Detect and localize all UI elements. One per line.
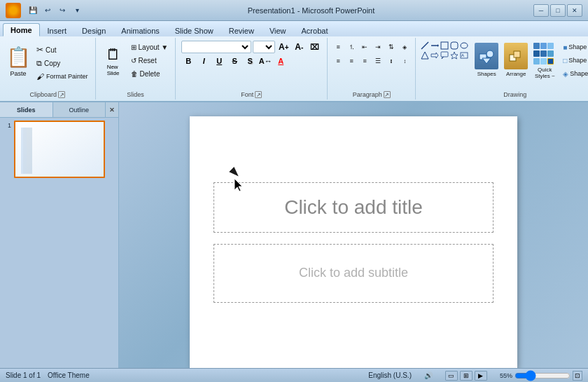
clear-formatting-button[interactable]: ⌧ (307, 41, 321, 53)
textbox-shape[interactable]: A (460, 51, 468, 60)
subtitle-placeholder[interactable]: Click to add subtitle (214, 244, 493, 303)
office-logo-icon (6, 3, 21, 18)
quick-access-dropdown[interactable]: ▾ (71, 4, 83, 17)
align-left-button[interactable]: ≡ (332, 55, 344, 67)
layout-button[interactable]: ⊞Layout ▼ (128, 41, 172, 53)
clipboard-dialog-launcher[interactable]: ↗ (58, 91, 65, 98)
shapes-button[interactable]: Shapes (473, 41, 500, 79)
tab-insert[interactable]: Insert (40, 24, 75, 36)
reset-button[interactable]: ↺Reset (128, 54, 172, 67)
line-shape[interactable] (421, 41, 429, 50)
redo-button[interactable]: ↪ (56, 4, 69, 17)
font-family-select[interactable] (181, 41, 251, 53)
ribbon-tabs: Home Insert Design Animations Slide Show… (0, 21, 588, 36)
slides-tab[interactable]: Slides (0, 102, 53, 117)
panel-close-button[interactable]: ✕ (106, 102, 118, 117)
zoom-slider[interactable] (514, 372, 570, 379)
cut-button[interactable]: ✂Cut (34, 43, 91, 56)
delete-button[interactable]: 🗑Delete (128, 67, 172, 80)
paste-button[interactable]: 📋 Paste (4, 41, 32, 81)
bold-button[interactable]: B (181, 55, 195, 67)
line-spacing-button[interactable]: ↕ (398, 55, 411, 67)
shape-effects-button[interactable]: ◈ Shape Eff... ▾ (560, 67, 588, 80)
callout-shape[interactable] (440, 51, 449, 60)
copy-button[interactable]: ⧉Copy (34, 57, 91, 69)
tab-animations[interactable]: Animations (113, 24, 167, 36)
svg-marker-2 (438, 44, 439, 47)
arrange-button[interactable]: Arrange (503, 41, 529, 79)
tab-slideshow[interactable]: Slide Show (167, 24, 221, 36)
underline-button[interactable]: U (212, 55, 226, 67)
drawing-group: A Shapes (416, 38, 588, 100)
rounded-rect-shape[interactable] (450, 41, 458, 50)
shape-outline-button[interactable]: □ Shape O... ▾ (560, 54, 588, 67)
tab-acrobat[interactable]: Acrobat (294, 24, 336, 36)
slide-panel: Slides Outline ✕ 1 (0, 102, 119, 382)
columns-button[interactable]: ⫿ (385, 55, 398, 67)
save-button[interactable]: 💾 (27, 4, 39, 17)
oval-shape[interactable] (460, 41, 468, 50)
rt-arrow-shape[interactable] (430, 51, 439, 60)
outline-tab[interactable]: Outline (53, 102, 106, 117)
font-size-select[interactable] (253, 41, 275, 53)
svg-text:A: A (461, 53, 464, 57)
arrow-shape[interactable] (430, 41, 439, 50)
svg-marker-14 (482, 58, 491, 64)
font-label: Font (241, 91, 253, 98)
font-color-button[interactable]: A (274, 55, 288, 67)
arrange-label: Arrange (506, 71, 526, 77)
close-button[interactable]: ✕ (567, 4, 582, 17)
fit-to-window-button[interactable]: ⊡ (573, 371, 582, 381)
triangle-shape[interactable] (421, 51, 429, 60)
justify-button[interactable]: ☰ (372, 55, 384, 67)
restore-button[interactable]: □ (550, 4, 566, 17)
slideshow-button[interactable]: ▶ (475, 371, 487, 381)
drawing-label: Drawing (503, 91, 526, 98)
rect-shape[interactable] (440, 41, 449, 50)
bullets-button[interactable]: ≡ (332, 41, 344, 53)
svg-point-5 (461, 43, 468, 48)
minimize-button[interactable]: ─ (533, 4, 549, 17)
svg-rect-16 (514, 51, 520, 57)
quick-styles-button[interactable]: Quick Styles ~ (532, 41, 557, 81)
tab-review[interactable]: Review (221, 24, 262, 36)
star-shape[interactable] (450, 51, 458, 60)
svg-rect-8 (441, 52, 448, 57)
character-spacing-button[interactable]: A↔ (258, 55, 272, 67)
status-bar: Slide 1 of 1 Office Theme English (U.S.)… (0, 368, 588, 382)
strikethrough-button[interactable]: S (227, 55, 241, 67)
svg-marker-7 (431, 53, 438, 58)
tab-design[interactable]: Design (74, 24, 113, 36)
increase-indent-button[interactable]: ⇥ (372, 41, 384, 53)
subtitle-placeholder-text: Click to add subtitle (299, 266, 408, 280)
increase-font-size-button[interactable]: A+ (276, 41, 290, 53)
title-placeholder[interactable]: Click to add title (214, 182, 493, 233)
align-right-button[interactable]: ≡ (358, 55, 371, 67)
italic-button[interactable]: I (197, 55, 211, 67)
font-dialog-launcher[interactable]: ↗ (255, 91, 262, 98)
slides-list: 1 (0, 118, 118, 382)
svg-rect-21 (27, 128, 32, 174)
decrease-font-size-button[interactable]: A- (292, 41, 306, 53)
new-slide-button[interactable]: 🗒 NewSlide (100, 43, 127, 77)
numbering-button[interactable]: ⒈ (345, 41, 358, 53)
convert-smartart-button[interactable]: ◈ (398, 41, 411, 53)
paragraph-dialog-launcher[interactable]: ↗ (384, 91, 391, 98)
svg-rect-19 (21, 128, 23, 174)
slide-canvas: Click to add title Click to add subtitle (190, 116, 517, 369)
format-painter-button[interactable]: 🖌Format Painter (34, 70, 91, 83)
canvas-area: Click to add title Click to add subtitle (119, 102, 588, 382)
undo-button[interactable]: ↩ (41, 4, 54, 17)
ribbon: 📋 Paste ✂Cut ⧉Copy 🖌Format Painter Clipb… (0, 36, 588, 102)
tab-view[interactable]: View (262, 24, 294, 36)
slide-thumbnail-1: 1 (3, 121, 115, 178)
slide-sorter-button[interactable]: ⊞ (460, 371, 472, 381)
tab-home[interactable]: Home (3, 23, 40, 36)
text-direction-button[interactable]: ⇅ (385, 41, 398, 53)
decrease-indent-button[interactable]: ⇤ (358, 41, 371, 53)
align-center-button[interactable]: ≡ (345, 55, 358, 67)
normal-view-button[interactable]: ▭ (445, 371, 458, 381)
text-shadow-button[interactable]: S (243, 55, 257, 67)
slide-preview[interactable] (14, 121, 105, 178)
shape-fill-button[interactable]: ■ Shape Fill ▾ (560, 41, 588, 53)
